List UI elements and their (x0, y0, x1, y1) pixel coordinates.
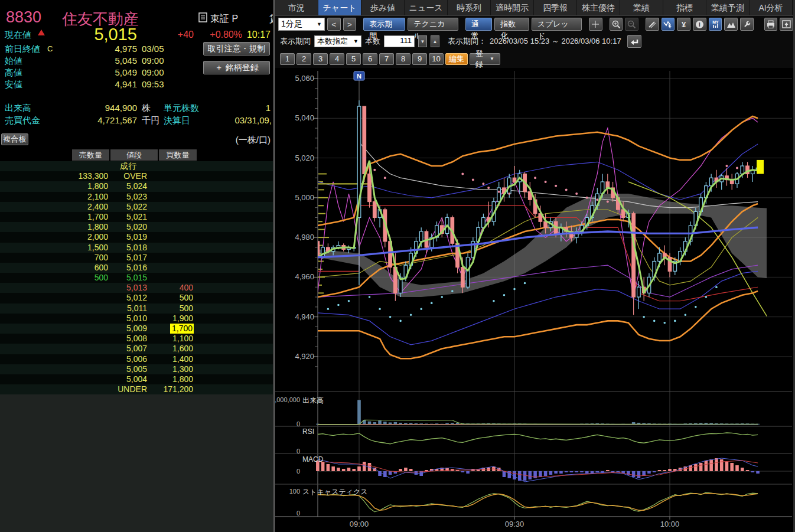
next-button[interactable]: > (343, 18, 357, 31)
order-book-row[interactable]: 1,8005,024 (0, 181, 273, 191)
technical-button[interactable]: テクニカル (408, 18, 458, 31)
reset-period-button[interactable] (627, 35, 641, 48)
tab-AI分析[interactable]: AI分析 (750, 0, 792, 15)
order-book-row[interactable]: 7005,017 (0, 253, 273, 263)
bar-count-input[interactable]: 111 (384, 35, 415, 47)
page-button-9[interactable]: 9 (412, 53, 427, 65)
register-stock-button[interactable]: ＋ 銘柄登録 (203, 61, 270, 74)
row-label: 始値 (5, 56, 22, 67)
tab-歩み値[interactable]: 歩み値 (361, 0, 404, 15)
period-mode-select[interactable]: 本数指定 ▼ (314, 35, 361, 47)
page-button-10[interactable]: 10 (429, 53, 444, 65)
page-button-2[interactable]: 2 (297, 53, 311, 65)
sell-qty-cell (47, 344, 108, 354)
mountain-icon (726, 21, 736, 28)
buy-qty-cell: 1,700 (170, 324, 194, 334)
order-book-row[interactable]: 2,0005,019 (0, 232, 273, 242)
row-value: 4,941 (65, 79, 137, 89)
sell-qty-cell (47, 324, 108, 334)
order-book-row[interactable]: 133,300OVER (0, 171, 273, 181)
candlestick-chart[interactable]: 5,0605,0405,0205,0004,9804,9604,9404,920… (275, 68, 793, 532)
order-book-row[interactable]: 2,4005,022 (0, 202, 273, 212)
order-book-row[interactable]: 6005,016 (0, 263, 273, 273)
timeframe-select[interactable]: 1分足 ▼ (278, 18, 325, 31)
zoom-out-button[interactable] (625, 18, 638, 31)
tab-ニュース[interactable]: ニュース (405, 0, 447, 15)
normal-button[interactable]: 通常 (465, 18, 493, 31)
order-book-row[interactable]: 5,0061,400 (0, 354, 273, 364)
composite-board-button[interactable]: 複合板 (1, 133, 28, 145)
page-button-6[interactable]: 6 (363, 53, 377, 65)
order-book-row[interactable]: 5,0101,900 (0, 314, 273, 324)
page-button-1[interactable]: 1 (280, 53, 295, 65)
trade-caution-button[interactable]: 取引注意・規制 (203, 42, 270, 56)
order-book-row[interactable]: 5,011500 (0, 303, 273, 314)
price-cell: 5,019 (109, 232, 147, 242)
order-book-row[interactable]: 5,012500 (0, 293, 273, 303)
chart-area[interactable]: 5,0605,0405,0205,0004,9804,9604,9404,920… (275, 68, 793, 532)
prev-button[interactable]: < (327, 18, 341, 31)
page-button-5[interactable]: 5 (346, 53, 361, 65)
count-increase-button[interactable]: ▲ (431, 35, 439, 47)
tab-時系列[interactable]: 時系列 (448, 0, 490, 15)
register-layout-button[interactable]: 登録▼ (470, 53, 500, 65)
order-book-row[interactable]: 5,0051,300 (0, 364, 273, 374)
tab-適時開示[interactable]: 適時開示 (491, 0, 533, 15)
up-triangle-icon (38, 30, 45, 35)
order-book-row[interactable]: UNDER171,200 (0, 384, 273, 394)
svg-text:5,000: 5,000 (295, 193, 314, 202)
yen-display-button[interactable]: ¥ (677, 18, 690, 31)
order-book-row[interactable]: 5,0041,800 (0, 374, 273, 384)
price-cell: 5,009 (109, 324, 147, 334)
display-period-button[interactable]: 表示期間 (363, 18, 405, 31)
tab-業績予測[interactable]: 業績予測 (706, 0, 749, 15)
price-cell: 5,012 (109, 293, 147, 303)
order-book-row[interactable]: 1,5005,018 (0, 243, 273, 253)
print-button[interactable] (764, 18, 778, 31)
tab-株主優待[interactable]: 株主優待 (577, 0, 620, 15)
sell-qty-cell: 2,400 (47, 202, 108, 212)
order-book-row[interactable]: 5,0071,600 (0, 344, 273, 354)
row-time: 03/05 (142, 44, 164, 54)
crosshair-plus-button[interactable] (589, 18, 602, 31)
indexed-button[interactable]: 指数化 (494, 18, 529, 31)
price-cell: 5,013 (109, 283, 147, 293)
svg-text:1,000,000: 1,000,000 (275, 396, 300, 403)
info-button[interactable]: i (693, 18, 706, 31)
row-label: 安値 (5, 79, 22, 90)
svg-text:MACD: MACD (302, 455, 324, 464)
edit-button[interactable]: 編集 (445, 53, 468, 65)
order-book-row[interactable]: 5,013400 (0, 283, 273, 293)
draw-button[interactable] (646, 18, 659, 31)
market-label: 東証 P (210, 13, 238, 25)
order-book-row[interactable]: 5,0091,700 (0, 324, 273, 334)
page-button-7[interactable]: 7 (379, 53, 394, 65)
sell-qty-cell (47, 334, 108, 344)
settlement-value: 03/31,09, (224, 115, 272, 125)
count-decrease-button[interactable]: ▼ (418, 35, 427, 47)
page-button-4[interactable]: 4 (330, 53, 344, 65)
my-indicator-button[interactable]: MY (709, 18, 722, 31)
order-book-row[interactable]: 2,1005,023 (0, 192, 273, 202)
zoom-in-button[interactable] (610, 18, 623, 31)
order-book-row[interactable]: 5005,015 (0, 273, 273, 283)
order-book-row[interactable]: 1,7005,021 (0, 212, 273, 222)
chart-type-button[interactable] (662, 18, 675, 31)
area-chart-button[interactable] (724, 18, 738, 31)
tab-市況[interactable]: 市況 (275, 0, 318, 15)
buy-qty-cell: 500 (149, 303, 193, 314)
tab-チャート[interactable]: チャート (318, 0, 361, 15)
price-cell: 5,020 (109, 222, 147, 232)
spread-button[interactable]: スプレッド (532, 18, 582, 31)
buy-qty-cell: 500 (149, 293, 193, 303)
page-button-3[interactable]: 3 (313, 53, 328, 65)
popout-button[interactable] (780, 18, 793, 31)
tab-業績[interactable]: 業績 (620, 0, 663, 15)
settings-button[interactable] (740, 18, 754, 31)
order-book-row[interactable]: 1,8005,020 (0, 222, 273, 232)
page-button-8[interactable]: 8 (396, 53, 410, 65)
tab-四季報[interactable]: 四季報 (534, 0, 576, 15)
order-book-row[interactable]: 成行 (0, 161, 273, 171)
order-book-row[interactable]: 5,0081,100 (0, 334, 273, 344)
tab-指標[interactable]: 指標 (663, 0, 706, 15)
